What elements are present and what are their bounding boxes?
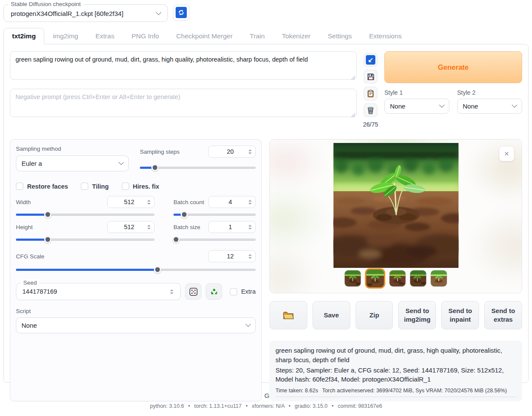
generate-button[interactable]: Generate	[384, 51, 522, 83]
batch-count-input[interactable]: 4	[208, 196, 256, 208]
close-icon[interactable]: ×	[499, 146, 514, 161]
style2-label: Style 2	[457, 89, 522, 96]
width-slider[interactable]	[16, 211, 155, 218]
slider-handle[interactable]	[44, 236, 52, 243]
tab-settings[interactable]: Settings	[319, 28, 360, 44]
stepper-arrows-icon[interactable]	[146, 225, 152, 230]
checkbox-icon[interactable]	[230, 288, 237, 295]
checkbox-icon[interactable]	[81, 183, 88, 190]
script-select[interactable]: None	[16, 317, 256, 333]
tab-txt2img[interactable]: txt2img	[3, 28, 44, 44]
batch-size-slider[interactable]	[173, 236, 256, 243]
style1-select[interactable]: None	[384, 99, 449, 114]
reuse-seed-button[interactable]	[206, 283, 222, 300]
dimensions-grid: Width 512 Batch count	[16, 196, 256, 243]
info-divider	[275, 397, 516, 397]
height-input[interactable]: 512	[107, 221, 155, 233]
dice-icon	[189, 287, 198, 296]
tab-img2img[interactable]: img2img	[44, 28, 87, 44]
random-seed-button[interactable]	[185, 283, 201, 300]
extra-seed-checkbox[interactable]: Extra	[230, 288, 256, 295]
toggles-row: Restore faces Tiling Hires. fix	[16, 183, 256, 190]
checkbox-icon[interactable]	[122, 183, 129, 190]
batch-size-group: Batch size 1	[173, 221, 256, 243]
open-folder-button[interactable]	[269, 301, 307, 329]
apply-style-button[interactable]	[364, 87, 377, 100]
styles-row: Style 1 None Style 2 None	[384, 89, 522, 114]
clear-prompt-button[interactable]	[364, 103, 377, 117]
cfg-value: 12	[213, 253, 247, 260]
seed-row: Seed 1441787169 Extra	[16, 283, 256, 300]
tab-extras[interactable]: Extras	[87, 28, 123, 44]
tab-png-info[interactable]: PNG Info	[123, 28, 168, 44]
clipboard-icon	[367, 90, 374, 98]
slider-handle[interactable]	[151, 164, 158, 171]
thumbnail-3[interactable]	[389, 270, 406, 287]
style2-select[interactable]: None	[457, 99, 522, 114]
send-to-extras-button[interactable]: Send to extras	[484, 301, 522, 329]
recycle-icon	[210, 287, 219, 296]
checkbox-icon[interactable]	[16, 183, 23, 190]
paste-params-button[interactable]: ↙	[364, 53, 377, 67]
hires-fix-checkbox[interactable]: Hires. fix	[122, 183, 159, 190]
sampling-steps-slider[interactable]	[140, 164, 256, 171]
trash-icon	[367, 106, 374, 115]
seed-input[interactable]: 1441787169	[22, 286, 175, 296]
negative-prompt-input[interactable]	[10, 89, 357, 117]
checkpoint-select[interactable]: protogenX34OfficialR_1.ckpt [60fe2f34]	[9, 7, 162, 18]
thumbnail-1[interactable]	[344, 270, 361, 287]
cfg-input[interactable]: 12	[208, 250, 256, 262]
tab-tokenizer[interactable]: Tokenizer	[273, 28, 319, 44]
batch-count-slider[interactable]	[173, 211, 256, 218]
tab-checkpoint-merger[interactable]: Checkpoint Merger	[167, 28, 241, 44]
stepper-arrows-icon[interactable]	[146, 200, 152, 205]
cfg-slider[interactable]	[16, 266, 256, 273]
thumbnail-2-selected[interactable]	[365, 268, 385, 289]
slider-handle[interactable]	[172, 236, 179, 243]
tab-extensions[interactable]: Extensions	[360, 28, 410, 44]
prompt-tools: ↙ 26/75	[362, 51, 379, 128]
style2-group: Style 2 None	[457, 89, 522, 114]
slider-handle[interactable]	[44, 211, 52, 218]
sampling-method-group: Sampling method Euler a	[16, 146, 129, 171]
height-slider[interactable]	[16, 236, 155, 243]
seed-label: Seed	[21, 279, 40, 286]
checkpoint-bar: Stable Diffusion checkpoint protogenX34O…	[3, 4, 529, 22]
checkpoint-fieldset: Stable Diffusion checkpoint protogenX34O…	[3, 4, 168, 22]
paste-params-icon: ↙	[366, 55, 375, 65]
stepper-arrows-icon[interactable]	[247, 200, 253, 205]
zip-button[interactable]: Zip	[356, 301, 393, 329]
folder-icon	[283, 311, 294, 320]
generation-info: green sapling rowing out of ground, mud,…	[269, 341, 522, 401]
save-style-button[interactable]	[364, 70, 377, 84]
stepper-arrows-icon[interactable]	[169, 289, 174, 294]
refresh-checkpoints-button[interactable]	[173, 4, 189, 21]
restore-faces-checkbox[interactable]: Restore faces	[16, 183, 68, 190]
tab-train[interactable]: Train	[241, 28, 273, 44]
width-input[interactable]: 512	[107, 196, 155, 208]
slider-handle[interactable]	[180, 211, 188, 218]
save-button[interactable]: Save	[312, 301, 350, 329]
send-to-inpaint-button[interactable]: Send to inpaint	[441, 301, 479, 329]
chevron-down-icon	[118, 159, 124, 165]
width-label: Width	[16, 199, 31, 205]
main-tabs: txt2img img2img Extras PNG Info Checkpoi…	[3, 28, 529, 44]
sampling-steps-input[interactable]: 20	[208, 146, 256, 158]
sampling-method-select[interactable]: Euler a	[16, 155, 129, 171]
slider-handle[interactable]	[154, 266, 161, 273]
stepper-arrows-icon[interactable]	[247, 225, 253, 230]
tiling-label: Tiling	[92, 183, 108, 190]
stepper-arrows-icon[interactable]	[247, 254, 253, 259]
info-prompt-text: green sapling rowing out of ground, mud,…	[275, 346, 516, 365]
script-value: None	[22, 322, 37, 329]
generated-image[interactable]	[333, 143, 458, 268]
stepper-arrows-icon[interactable]	[247, 149, 253, 154]
checkpoint-value: protogenX34OfficialR_1.ckpt [60fe2f34]	[11, 10, 124, 17]
tiling-checkbox[interactable]: Tiling	[81, 183, 108, 190]
send-to-img2img-button[interactable]: Send to img2img	[398, 301, 436, 329]
batch-size-input[interactable]: 1	[208, 221, 256, 233]
prompt-input[interactable]: green sapling rowing out of ground, mud,…	[10, 51, 357, 80]
txt2img-panel: green sapling rowing out of ground, mud,…	[3, 44, 529, 383]
thumbnail-5[interactable]	[430, 270, 447, 287]
thumbnail-4[interactable]	[410, 270, 427, 287]
